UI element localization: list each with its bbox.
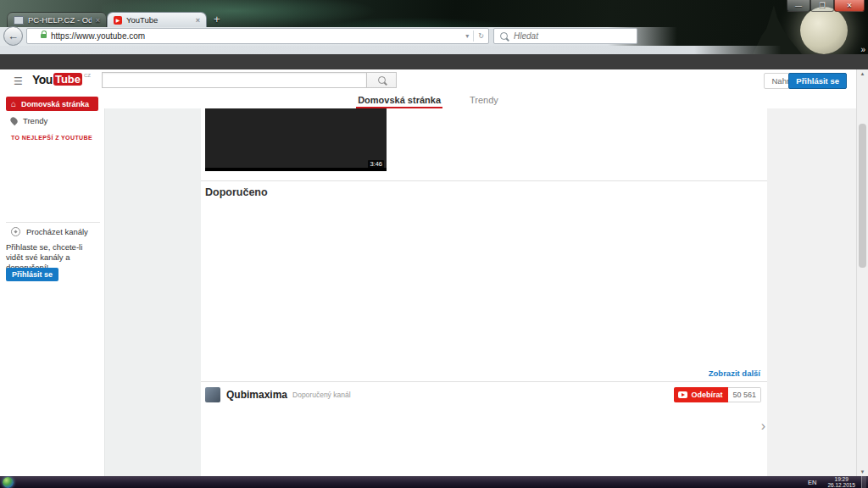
tab-title: PC-HELP.CZ - Odeslat nov... xyxy=(28,15,92,25)
sidebar-item-browse-channels[interactable]: Procházet kanály xyxy=(11,227,88,236)
divider xyxy=(6,222,100,223)
urlbar-dropdown-icon[interactable]: ▾ xyxy=(465,32,469,40)
header-signin-button[interactable]: Přihlásit se xyxy=(788,73,847,89)
search-icon xyxy=(378,76,386,84)
best-of-header: TO NEJLEPŠÍ Z YOUTUBE xyxy=(11,135,92,141)
maximize-button[interactable]: ❐ xyxy=(810,0,834,12)
show-more-link[interactable]: Zobrazit další xyxy=(709,369,760,378)
flame-icon xyxy=(9,116,19,125)
channel-avatar[interactable] xyxy=(205,387,220,402)
page-gutter xyxy=(104,108,202,476)
new-tab-button[interactable]: + xyxy=(214,13,220,27)
browser-search-box[interactable] xyxy=(493,28,637,44)
home-icon: ⌂ xyxy=(11,100,16,108)
video-duration: 3:46 xyxy=(368,160,384,169)
minimize-button[interactable]: — xyxy=(787,0,810,12)
start-button[interactable] xyxy=(3,477,14,488)
browser-search-input[interactable] xyxy=(512,30,617,42)
reload-icon[interactable]: ↻ xyxy=(478,32,484,40)
bookmarks-bar xyxy=(0,46,868,54)
content-tabs: Domovská stránka Trendy xyxy=(0,92,856,108)
sidebar-item-label: Trendy xyxy=(23,116,47,125)
channel-name[interactable]: Qubimaxima xyxy=(226,389,287,401)
subscribe-label: Odebírat xyxy=(691,391,722,399)
tab-close-icon[interactable]: × xyxy=(196,16,200,25)
page-top-strip xyxy=(0,54,868,69)
sidebar-signin-button[interactable]: Přihlásit se xyxy=(6,268,58,281)
youtube-logo[interactable]: You Tube CZ xyxy=(32,73,91,86)
featured-video-thumbnail[interactable]: 3:46 xyxy=(205,108,387,171)
scroll-up-icon[interactable]: ▲ xyxy=(857,71,868,76)
youtube-favicon: ▶ xyxy=(114,16,122,25)
subscribe-area: Odebírat 50 561 xyxy=(674,387,761,402)
browser-tab-youtube[interactable]: ▶ YouTube × xyxy=(107,12,207,27)
guide-menu-icon[interactable]: ☰ xyxy=(14,75,23,87)
navigation-toolbar: ← https://www.youtube.com ▾ ↻ xyxy=(0,27,868,46)
browser-tab-pchelp[interactable]: PC-HELP.CZ - Odeslat nov... × xyxy=(7,12,107,27)
logo-region: CZ xyxy=(84,73,91,78)
back-button[interactable]: ← xyxy=(3,26,23,46)
youtube-play-icon xyxy=(678,391,687,398)
show-desktop-button[interactable] xyxy=(861,476,866,488)
taskbar-clock[interactable]: 19:29 26.12.2015 xyxy=(827,476,855,488)
url-text[interactable]: https://www.youtube.com xyxy=(51,31,145,41)
bookmarks-overflow-icon[interactable]: » xyxy=(860,45,865,54)
scroll-down-icon[interactable]: ▼ xyxy=(857,469,868,474)
recommended-header: Doporučeno xyxy=(205,186,268,198)
youtube-header: ☰ You Tube CZ Nahrát Přihlásit se xyxy=(0,69,868,92)
section-divider xyxy=(201,180,767,181)
search-icon xyxy=(500,32,508,40)
thumbnail-bottom-bar xyxy=(205,168,387,171)
sidebar-item-label: Procházet kanály xyxy=(26,227,88,236)
channel-badge: Doporučený kanál xyxy=(292,391,351,399)
subscribe-button[interactable]: Odebírat xyxy=(674,387,728,402)
lock-icon xyxy=(41,34,47,38)
logo-you: You xyxy=(32,73,53,86)
compass-icon xyxy=(11,227,20,236)
tab-title: YouTube xyxy=(126,15,192,25)
guide-sidebar: ⌂ Domovská stránka Trendy TO NEJLEPŠÍ Z … xyxy=(0,93,104,476)
windows-taskbar: EN 19:29 26.12.2015 xyxy=(0,476,868,488)
tab-close-icon[interactable]: × xyxy=(96,16,100,25)
logo-tube: Tube xyxy=(53,73,82,86)
sidebar-item-trending[interactable]: Trendy xyxy=(11,116,47,125)
subscriber-count: 50 561 xyxy=(728,387,761,402)
sidebar-item-home[interactable]: ⌂ Domovská stránka xyxy=(6,97,98,111)
page-scrollbar[interactable]: ▲ ▼ xyxy=(856,69,868,476)
clock-time: 19:29 xyxy=(827,476,855,482)
window-controls: — ❐ ✕ xyxy=(787,0,865,12)
youtube-page: ☰ You Tube CZ Nahrát Přihlásit se Domovs… xyxy=(0,54,868,476)
youtube-search-box[interactable] xyxy=(102,72,367,88)
divider xyxy=(473,30,474,42)
main-content: 3:46 Doporučeno Zobrazit další Qubimaxim… xyxy=(201,108,767,476)
channel-section-header: Qubimaxima Doporučený kanál Odebírat 50 … xyxy=(205,386,761,403)
youtube-search-input[interactable] xyxy=(103,75,366,89)
youtube-search-button[interactable] xyxy=(366,72,397,88)
close-button[interactable]: ✕ xyxy=(834,0,865,12)
system-tray: EN 19:29 26.12.2015 xyxy=(808,476,868,488)
sidebar-item-label: Domovská stránka xyxy=(21,100,89,108)
section-divider xyxy=(201,381,767,382)
tab-strip: PC-HELP.CZ - Odeslat nov... × ▶ YouTube … xyxy=(7,12,220,27)
language-indicator[interactable]: EN xyxy=(808,479,816,486)
tab-home[interactable]: Domovská stránka xyxy=(356,92,442,108)
url-bar[interactable]: https://www.youtube.com ▾ ↻ xyxy=(26,28,489,44)
carousel-next-icon[interactable]: › xyxy=(761,419,765,434)
tab-trending[interactable]: Trendy xyxy=(468,92,500,108)
browser-chrome: — ❐ ✕ PC-HELP.CZ - Odeslat nov... × ▶ Yo… xyxy=(0,0,868,54)
page-favicon xyxy=(14,16,24,25)
page-right-gap xyxy=(767,108,856,476)
clock-date: 26.12.2015 xyxy=(827,482,855,488)
scrollbar-thumb[interactable] xyxy=(859,124,866,268)
